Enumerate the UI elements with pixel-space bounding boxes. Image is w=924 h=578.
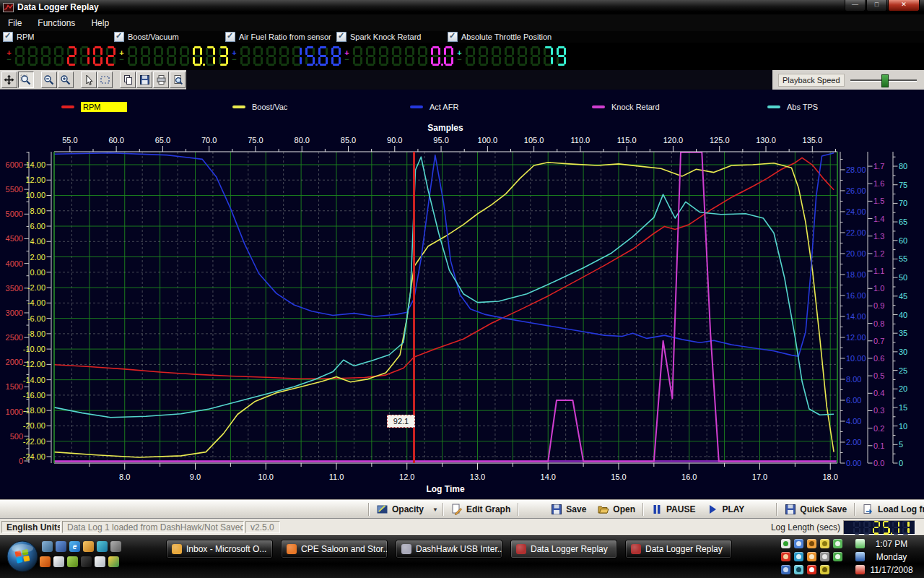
channel-checkbox[interactable] bbox=[114, 32, 124, 42]
opacity-dropdown-arrow[interactable]: ▼ bbox=[430, 506, 441, 513]
media-icon[interactable] bbox=[67, 556, 78, 567]
select-button[interactable] bbox=[97, 72, 113, 88]
segment bbox=[279, 57, 282, 64]
tray-reminder-icon[interactable] bbox=[807, 539, 816, 548]
save-icon bbox=[551, 504, 562, 515]
pointer-button[interactable] bbox=[81, 72, 97, 88]
tray-badge-icon[interactable] bbox=[833, 552, 842, 561]
tray-key-icon[interactable] bbox=[820, 539, 829, 548]
channel-checkbox[interactable] bbox=[225, 32, 235, 42]
zoom-in-button[interactable] bbox=[58, 72, 74, 88]
menu-item-file[interactable]: File bbox=[0, 16, 30, 30]
svg-text:-2.00: -2.00 bbox=[27, 283, 45, 292]
svg-text:6000: 6000 bbox=[6, 160, 23, 169]
outlook-icon[interactable] bbox=[83, 541, 94, 552]
plot-area[interactable] bbox=[54, 152, 837, 463]
segment bbox=[266, 48, 269, 55]
taskbar-button-cpe-saloon-and-stor-[interactable]: CPE Saloon and Stor... bbox=[281, 540, 388, 558]
segment bbox=[373, 48, 375, 55]
screen: Data Logger Replay — □ ✕ FileFunctionsHe… bbox=[0, 0, 924, 578]
segment bbox=[544, 48, 546, 55]
segment bbox=[879, 528, 880, 533]
slider-thumb[interactable] bbox=[881, 74, 889, 87]
show-desktop-icon[interactable] bbox=[42, 541, 53, 552]
maximize-button[interactable]: □ bbox=[866, 0, 887, 12]
chrome-icon[interactable] bbox=[108, 556, 119, 567]
copy-button[interactable] bbox=[120, 72, 136, 88]
preview-icon bbox=[173, 74, 183, 85]
taskbar-button-data-logger-replay[interactable]: Data Logger Replay bbox=[625, 540, 732, 558]
svg-text:0.8: 0.8 bbox=[873, 319, 884, 328]
menu-item-help[interactable]: Help bbox=[83, 16, 117, 30]
tray-tool-icon[interactable] bbox=[794, 565, 803, 574]
legend-rpm[interactable]: RPM bbox=[61, 101, 127, 113]
edit-graph-button[interactable]: Edit Graph bbox=[445, 501, 516, 517]
channel-checkbox[interactable] bbox=[336, 32, 346, 42]
legend-act-afr[interactable]: Act AFR bbox=[410, 101, 458, 113]
zoom-out-button[interactable] bbox=[41, 72, 57, 88]
tray-icon-glyph bbox=[783, 554, 788, 559]
svg-text:1500: 1500 bbox=[6, 382, 23, 391]
load-log-from-dashhawk-button[interactable]: Load Log from DashHawk bbox=[857, 501, 924, 517]
tray-flame-icon[interactable] bbox=[781, 552, 790, 561]
svg-text:15.0: 15.0 bbox=[611, 473, 626, 481]
tray-shield-check-icon[interactable] bbox=[781, 539, 790, 548]
clock-time[interactable]: 1:07 PM bbox=[860, 539, 923, 549]
segment bbox=[493, 55, 499, 57]
segment bbox=[879, 522, 880, 527]
print-button[interactable] bbox=[153, 72, 169, 88]
tray-window-icon[interactable] bbox=[781, 565, 790, 574]
playback-speed-slider[interactable] bbox=[850, 74, 917, 86]
tray-user-icon[interactable] bbox=[794, 539, 803, 548]
preview-button[interactable] bbox=[170, 72, 186, 88]
internet-explorer-icon[interactable]: e bbox=[69, 541, 80, 552]
legend-abs-tps[interactable]: Abs TPS bbox=[767, 101, 818, 113]
console-icon[interactable] bbox=[81, 556, 92, 567]
svg-text:0.4: 0.4 bbox=[873, 389, 884, 397]
opacity-button[interactable]: Opacity bbox=[371, 501, 430, 517]
start-button[interactable] bbox=[6, 540, 39, 573]
svg-text:0.6: 0.6 bbox=[873, 354, 884, 363]
window-switcher-icon[interactable] bbox=[56, 541, 66, 552]
minimize-button[interactable]: — bbox=[845, 0, 866, 12]
tray-wireless-icon[interactable] bbox=[794, 552, 803, 561]
close-button[interactable]: ✕ bbox=[888, 0, 920, 12]
channel-checkbox[interactable] bbox=[448, 32, 458, 42]
data-logger-chart[interactable]: 55.060.065.070.075.080.085.090.095.0100.… bbox=[0, 90, 924, 499]
firefox-icon[interactable] bbox=[40, 556, 51, 567]
tray-blocked-icon[interactable] bbox=[807, 565, 816, 574]
tools-icon[interactable] bbox=[110, 541, 121, 552]
svg-text:14.00: 14.00 bbox=[25, 160, 45, 169]
segment bbox=[242, 64, 248, 66]
segment bbox=[412, 48, 414, 55]
segment bbox=[69, 64, 74, 66]
quick-save-button[interactable]: Quick Save bbox=[779, 501, 853, 517]
taskbar-button-data-logger-replay[interactable]: Data Logger Replay bbox=[510, 540, 617, 558]
taskbar-button-inbox-microsoft-o-[interactable]: Inbox - Microsoft O... bbox=[166, 540, 273, 558]
legend-knock-retard[interactable]: Knock Retard bbox=[592, 101, 660, 113]
segment bbox=[418, 57, 420, 64]
play-button[interactable]: PLAY bbox=[701, 501, 750, 517]
legend-swatch bbox=[592, 105, 605, 108]
channel-checkbox[interactable] bbox=[3, 32, 13, 42]
tray-sync-icon[interactable] bbox=[833, 539, 842, 548]
taskbar-button-dashhawk-usb-inter-[interactable]: DashHawk USB Inter... bbox=[396, 540, 502, 558]
tray-guard-icon[interactable] bbox=[820, 565, 829, 574]
segment bbox=[93, 57, 95, 64]
save-button[interactable]: Save bbox=[545, 501, 592, 517]
zoom-window-button[interactable] bbox=[18, 72, 34, 88]
tray-security-icon[interactable] bbox=[807, 552, 816, 561]
menu-item-functions[interactable]: Functions bbox=[30, 16, 83, 30]
messenger-icon[interactable] bbox=[97, 541, 108, 552]
segment bbox=[113, 48, 116, 55]
open-button[interactable]: Open bbox=[592, 501, 641, 517]
pause-button[interactable]: PAUSE bbox=[645, 501, 701, 517]
svg-text:80.0: 80.0 bbox=[295, 136, 310, 144]
pan-button[interactable] bbox=[1, 72, 17, 88]
tray-device-icon[interactable] bbox=[820, 552, 829, 561]
save-button[interactable] bbox=[136, 72, 152, 88]
notepad-icon[interactable] bbox=[95, 556, 105, 567]
version-status-cell: v2.5.0 bbox=[245, 521, 280, 533]
legend-boost-vac[interactable]: Boost/Vac bbox=[232, 101, 287, 113]
document-icon[interactable] bbox=[53, 556, 64, 567]
